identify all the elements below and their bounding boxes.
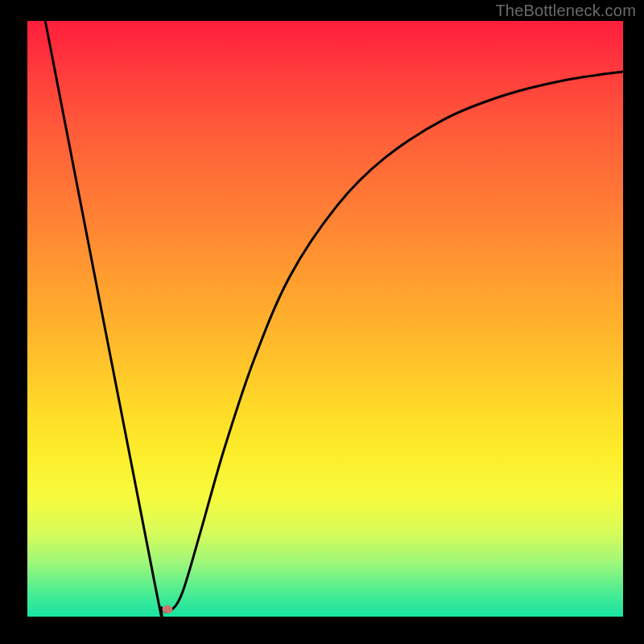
watermark-text: TheBottleneck.com — [495, 2, 636, 20]
optimal-point-marker — [162, 605, 172, 613]
plot-area — [27, 21, 623, 617]
bottleneck-curve — [27, 21, 623, 617]
chart-stage: TheBottleneck.com — [0, 0, 644, 644]
